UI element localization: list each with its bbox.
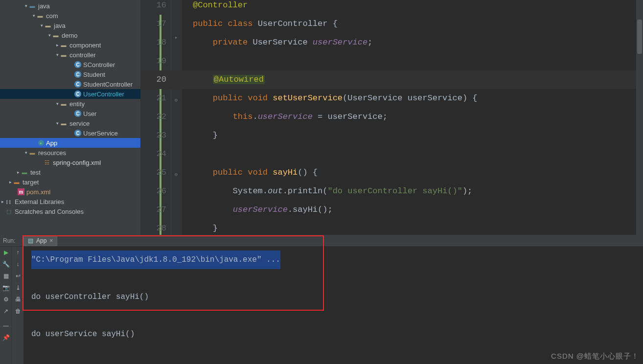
folder-icon: ▬ <box>44 22 52 29</box>
folder-icon: ▬ <box>28 2 36 10</box>
tree-label: resources <box>38 149 66 157</box>
scratches-icon: ⬚ <box>5 207 13 215</box>
class-icon: C <box>74 130 81 136</box>
close-icon[interactable]: × <box>49 237 53 244</box>
tree-node-pom[interactable]: mpom.xml <box>0 187 140 197</box>
code-content: @Autowired <box>193 70 265 89</box>
tree-node-component[interactable]: ▬component <box>0 40 140 50</box>
tree-node-demo[interactable]: ▬demo <box>0 30 140 40</box>
code-line[interactable]: 19 <box>141 52 643 70</box>
class-icon: C <box>74 61 81 68</box>
code-line[interactable]: 20 @Autowired <box>141 70 643 89</box>
folder-icon: ▬ <box>36 12 44 20</box>
pin-icon[interactable]: 📌 <box>2 334 10 341</box>
down-icon[interactable]: ↓ <box>14 260 22 268</box>
maven-icon: m <box>18 188 24 195</box>
tree-label: target <box>23 179 39 186</box>
line-number: 26 <box>141 182 166 201</box>
rerun-icon[interactable]: ▶ <box>2 249 10 256</box>
fold-marker[interactable]: ⊖ <box>173 165 179 184</box>
console-command: "C:\Program Files\Java\jdk1.8.0_192\bin\… <box>31 250 280 269</box>
code-line[interactable]: 21 public void setUserService(UserServic… <box>141 89 643 108</box>
code-line[interactable]: 23 } <box>141 126 643 145</box>
export-icon[interactable]: ↗ <box>2 307 10 315</box>
tree-node-scratches[interactable]: ⬚Scratches and Consoles <box>0 206 140 216</box>
tree-node-user[interactable]: CUser <box>0 109 140 118</box>
tree-node-controller[interactable]: ▬controller <box>0 50 140 60</box>
scroll-icon[interactable]: ⤓ <box>14 284 22 292</box>
wrench-icon[interactable]: 🔧 <box>2 260 10 268</box>
watermark: CSDN @蜡笔小心眼子！ <box>551 352 639 361</box>
run-tab-app[interactable]: ▤ App × <box>23 235 57 246</box>
tree-node-external-libraries[interactable]: ⫿⫿External Libraries <box>0 197 140 206</box>
code-content: public class UserController { <box>193 15 338 33</box>
run-gutter-left: ▶ 🔧 ▦ 📷 ⚙ ↗ — 📌 <box>0 247 12 364</box>
tree-node-usercontroller[interactable]: CUserController <box>0 89 140 99</box>
tree-node-service[interactable]: ▬service <box>0 118 140 128</box>
console-output[interactable]: "C:\Program Files\Java\jdk1.8.0_192\bin\… <box>23 247 643 364</box>
code-line[interactable]: 27 userService.sayHi(); <box>141 201 643 219</box>
tree-node-userservice[interactable]: CUserService <box>0 128 140 138</box>
up-icon[interactable]: ↑ <box>14 249 22 256</box>
code-line[interactable]: 18 private UserService userService; <box>141 33 643 52</box>
print-icon[interactable]: 🖶 <box>14 296 22 303</box>
tree-label: UserService <box>83 130 118 137</box>
tree-node-test[interactable]: ▬test <box>0 167 140 177</box>
code-content: System.out.println("do userController sa… <box>193 182 472 201</box>
tree-label: java <box>54 22 66 29</box>
folder-icon: ▬ <box>21 168 28 176</box>
tree-node-java[interactable]: ▬java <box>0 1 140 11</box>
tree-label: java <box>38 2 50 10</box>
trash-icon[interactable]: 🗑 <box>14 307 22 315</box>
collapse-icon[interactable]: — <box>2 322 10 330</box>
tree-node-java2[interactable]: ▬java <box>0 21 140 30</box>
code-content: this.userService = userService; <box>193 108 388 126</box>
camera-icon[interactable]: 📷 <box>2 284 10 292</box>
tree-label: component <box>69 42 101 49</box>
tree-node-scontroller[interactable]: CSController <box>0 60 140 69</box>
tree-node-entity[interactable]: ▬entity <box>0 99 140 109</box>
run-icon <box>38 140 44 146</box>
code-content: public void sayHi() { <box>193 163 318 182</box>
code-content: @Controller <box>193 0 248 15</box>
tree-label: SController <box>83 61 115 68</box>
gear-icon[interactable]: ⚙ <box>2 296 10 303</box>
tree-node-resources[interactable]: ▬resources <box>0 148 140 158</box>
tree-label: test <box>30 169 41 176</box>
line-number: 20 <box>141 70 166 89</box>
class-icon: C <box>74 71 81 78</box>
tree-node-studentcontroller[interactable]: CStudentController <box>0 79 140 89</box>
code-line[interactable]: 24 <box>141 145 643 163</box>
line-number: 16 <box>141 0 166 15</box>
code-line[interactable]: 25 public void sayHi() { <box>141 163 643 182</box>
code-line[interactable]: 17public class UserController { <box>141 15 643 33</box>
code-line[interactable]: 26 System.out.println("do userController… <box>141 182 643 201</box>
line-number: 21 <box>141 89 166 108</box>
fold-marker[interactable]: ⊖ <box>173 91 179 110</box>
line-number: 25 <box>141 163 166 182</box>
layout-icon[interactable]: ▦ <box>2 272 10 280</box>
tree-node-com[interactable]: ▬com <box>0 11 140 21</box>
editor-scrollbar[interactable] <box>636 0 643 235</box>
line-number: 23 <box>141 126 166 145</box>
line-number: 17 <box>141 15 166 33</box>
code-content: userService.sayHi(); <box>193 201 333 219</box>
code-editor[interactable]: 16@Controller17public class UserControll… <box>141 0 643 235</box>
tree-node-target[interactable]: ▬target <box>0 177 140 187</box>
code-line[interactable]: 22 this.userService = userService; <box>141 108 643 126</box>
tree-node-student[interactable]: CStudent <box>0 69 140 79</box>
code-content: public void setUserService(UserService u… <box>193 89 478 108</box>
project-tree[interactable]: ▬java ▬com ▬java ▬demo ▬component ▬contr… <box>0 0 141 235</box>
line-number: 18 <box>141 33 166 52</box>
scroll-thumb[interactable] <box>637 20 642 54</box>
gutter-run-icon[interactable]: ▸ <box>173 28 179 47</box>
wrap-icon[interactable]: ↩ <box>14 272 22 280</box>
tree-node-app[interactable]: App <box>0 138 140 148</box>
tree-node-spring-config[interactable]: ☷spring-config.xml <box>0 158 140 167</box>
class-icon: C <box>74 81 81 88</box>
tree-label: UserController <box>83 91 124 98</box>
code-line[interactable]: 16@Controller <box>141 0 643 15</box>
tree-label: pom.xml <box>26 188 50 196</box>
run-tool-window: Run: ▤ App × ▶ 🔧 ▦ 📷 ⚙ ↗ — 📌 ↑ ↓ ↩ ⤓ 🖶 🗑… <box>0 235 643 364</box>
line-number: 24 <box>141 145 166 163</box>
